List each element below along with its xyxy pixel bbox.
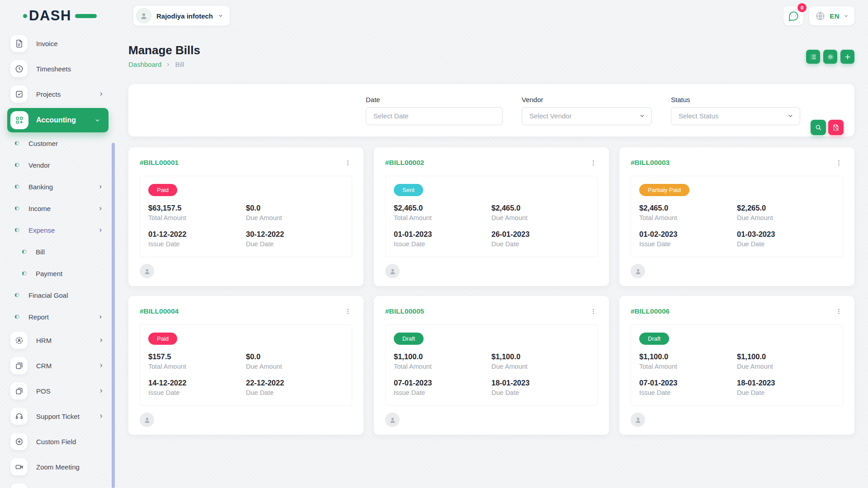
vendor-avatar bbox=[385, 413, 400, 427]
chevron-right-icon bbox=[98, 228, 103, 233]
sidebar-item-customer[interactable]: Customer bbox=[0, 132, 116, 154]
sidebar-item-invoice[interactable]: Invoice bbox=[0, 31, 116, 56]
user-avatar-icon bbox=[143, 267, 151, 276]
language-selector[interactable]: EN bbox=[809, 6, 854, 25]
logo-dot-accent bbox=[23, 14, 27, 18]
sidebar-item-bill[interactable]: Bill bbox=[0, 241, 116, 263]
chevron-down-icon bbox=[218, 13, 223, 19]
issue-date-value: 01-01-2023 bbox=[394, 230, 491, 239]
chat-icon bbox=[788, 10, 799, 22]
sidebar-item-pos[interactable]: POS bbox=[0, 378, 116, 404]
total-amount-value: $2,465.0 bbox=[394, 204, 491, 212]
bill-details: Paid $157.5Total Amount $0.0Due Amount 1… bbox=[140, 324, 352, 406]
sidebar-item-hrm[interactable]: HRM bbox=[0, 328, 116, 353]
list-view-button[interactable] bbox=[806, 50, 820, 64]
sidebar-item-finacial-goal[interactable]: Finacial Goal bbox=[0, 284, 116, 306]
sidebar-item-zoom-meeting[interactable]: Zoom Meeting bbox=[0, 454, 116, 479]
page-toolbar bbox=[806, 50, 854, 64]
total-amount-label: Total Amount bbox=[148, 363, 246, 370]
bullet-icon bbox=[15, 314, 19, 319]
sidebar-item-timesheets[interactable]: Timesheets bbox=[0, 56, 116, 81]
status-badge: Paid bbox=[148, 333, 177, 345]
total-amount-value: $63,157.5 bbox=[148, 204, 246, 212]
kebab-menu-icon[interactable] bbox=[834, 307, 843, 316]
bill-id-link[interactable]: #BILL00002 bbox=[385, 159, 424, 167]
kebab-menu-icon[interactable] bbox=[589, 307, 598, 316]
breadcrumb-dashboard-link[interactable]: Dashboard bbox=[128, 61, 161, 68]
sidebar-item-vendor[interactable]: Vendor bbox=[0, 154, 116, 176]
language-code: EN bbox=[830, 12, 840, 20]
messages-button[interactable]: 0 bbox=[783, 6, 803, 25]
total-amount-label: Total Amount bbox=[394, 363, 491, 370]
kebab-menu-icon[interactable] bbox=[343, 307, 352, 316]
filter-panel: Date Vendor Select Vendor Status Select … bbox=[128, 84, 854, 136]
sidebar-scrollbar[interactable] bbox=[112, 143, 115, 488]
plus-circle-icon bbox=[10, 433, 28, 450]
kebab-menu-icon[interactable] bbox=[343, 158, 352, 167]
status-badge: Partialy Paid bbox=[639, 184, 689, 196]
status-badge: Sent bbox=[394, 184, 423, 196]
sidebar-item-payment[interactable]: Payment bbox=[0, 263, 116, 284]
bill-card: #BILL00002 Sent $2,465.0Total Amount $2,… bbox=[374, 147, 609, 286]
total-amount-value: $157.5 bbox=[148, 352, 246, 361]
status-select[interactable]: Select Status bbox=[671, 107, 800, 125]
sidebar-item-crm[interactable]: CRM bbox=[0, 353, 116, 378]
bill-id-link[interactable]: #BILL00003 bbox=[631, 159, 670, 167]
due-date-label: Due Date bbox=[246, 389, 344, 396]
bill-id-link[interactable]: #BILL00006 bbox=[631, 307, 670, 315]
bullet-icon bbox=[15, 184, 19, 189]
due-amount-label: Due Amount bbox=[491, 214, 589, 221]
company-selector[interactable]: Rajodiya infotech bbox=[133, 6, 230, 26]
create-bill-button[interactable] bbox=[840, 50, 854, 64]
reset-icon bbox=[832, 124, 840, 131]
bill-card: #BILL00006 Draft $1,100.0Total Amount $1… bbox=[619, 296, 854, 435]
accounting-icon bbox=[10, 111, 28, 129]
apply-filter-button[interactable] bbox=[811, 120, 826, 135]
chevron-right-icon bbox=[99, 363, 104, 368]
due-date-label: Due Date bbox=[491, 240, 589, 248]
reset-filter-button[interactable] bbox=[828, 120, 844, 135]
sidebar-item-banking[interactable]: Banking bbox=[0, 176, 116, 197]
bill-id-link[interactable]: #BILL00001 bbox=[140, 159, 179, 167]
due-amount-label: Due Amount bbox=[491, 363, 589, 370]
status-label: Status bbox=[671, 96, 800, 103]
kebab-menu-icon[interactable] bbox=[589, 158, 598, 167]
video-icon bbox=[10, 458, 28, 475]
issue-date-value: 07-01-2023 bbox=[639, 379, 737, 387]
due-amount-label: Due Amount bbox=[246, 214, 344, 221]
sidebar-item-accounting[interactable]: Accounting bbox=[7, 108, 108, 132]
sidebar-item-expense[interactable]: Expense bbox=[0, 219, 116, 241]
bill-details: Partialy Paid $2,465.0Total Amount $2,26… bbox=[631, 176, 843, 257]
bullet-icon bbox=[15, 206, 19, 211]
settings-button[interactable] bbox=[823, 50, 837, 64]
bill-id-link[interactable]: #BILL00004 bbox=[140, 307, 179, 315]
chevron-down-icon bbox=[844, 14, 849, 19]
app-root: DASH Invoice Timesheets Projects bbox=[0, 0, 868, 488]
sidebar-item-income[interactable]: Income bbox=[0, 197, 116, 219]
bill-card: #BILL00005 Draft $1,100.0Total Amount $1… bbox=[374, 296, 609, 435]
sidebar-item-custom-field[interactable]: Custom Field bbox=[0, 429, 116, 454]
kebab-menu-icon[interactable] bbox=[834, 158, 843, 167]
brand-logo[interactable]: DASH bbox=[29, 6, 83, 25]
total-amount-value: $1,100.0 bbox=[394, 352, 491, 361]
chevron-right-icon bbox=[99, 338, 104, 343]
page-header: Manage Bills Dashboard Bill bbox=[128, 44, 854, 68]
chevron-right-icon bbox=[166, 62, 170, 67]
bill-id-link[interactable]: #BILL00005 bbox=[385, 307, 424, 315]
vendor-avatar bbox=[140, 264, 154, 278]
issue-date-value: 01-02-2023 bbox=[639, 230, 737, 239]
sidebar-item-report[interactable]: Report bbox=[0, 306, 116, 328]
due-date-label: Due Date bbox=[491, 389, 589, 396]
sidebar-item-projects[interactable]: Projects bbox=[0, 81, 116, 107]
sidebar-item-support-ticket[interactable]: Support Ticket bbox=[0, 404, 116, 429]
breadcrumb: Dashboard Bill bbox=[128, 61, 200, 68]
bullet-icon bbox=[22, 249, 27, 254]
gear-icon bbox=[827, 53, 834, 61]
issue-date-value: 07-01-2023 bbox=[394, 379, 491, 387]
bill-card: #BILL00004 Paid $157.5Total Amount $0.0D… bbox=[128, 296, 363, 435]
date-input[interactable] bbox=[366, 107, 503, 125]
total-amount-label: Total Amount bbox=[394, 214, 491, 221]
vendor-avatar bbox=[631, 264, 645, 278]
sidebar-item-partial[interactable] bbox=[0, 479, 116, 488]
vendor-select[interactable]: Select Vendor bbox=[522, 107, 652, 125]
